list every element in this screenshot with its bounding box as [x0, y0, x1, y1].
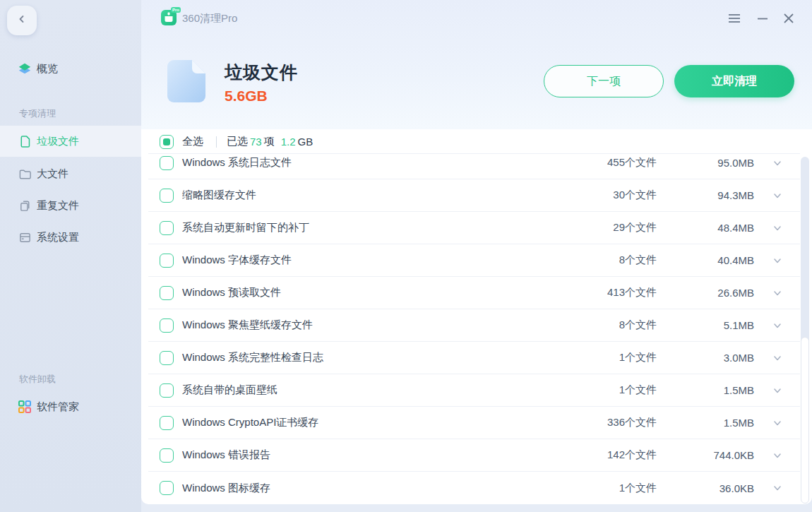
table-row[interactable]: Windows 系统日志文件 455个文件 95.0MB: [148, 154, 800, 179]
row-checkbox[interactable]: [160, 383, 174, 398]
table-row[interactable]: Windows 系统完整性检查日志 1个文件 3.0MB: [148, 342, 800, 374]
row-label: Windows 字体缓存文件: [182, 254, 544, 267]
sidebar-section-software-uninstall: 软件卸载: [19, 373, 56, 386]
chevron-down-icon[interactable]: [754, 353, 800, 363]
row-size: 3.0MB: [657, 352, 754, 364]
row-checkbox[interactable]: [160, 254, 174, 268]
divider: [216, 136, 217, 148]
row-file-count: 455个文件: [544, 156, 657, 169]
close-button[interactable]: [780, 11, 797, 26]
row-size: 48.4MB: [657, 222, 754, 234]
row-size: 1.5MB: [657, 417, 754, 429]
row-checkbox[interactable]: [160, 318, 174, 333]
row-file-count: 30个文件: [544, 189, 657, 202]
minimize-icon: [757, 13, 768, 24]
table-row[interactable]: Windows 聚焦壁纸缓存文件 8个文件 5.1MB: [148, 309, 800, 342]
row-size: 744.0KB: [657, 449, 754, 461]
row-file-count: 413个文件: [544, 286, 657, 299]
row-checkbox[interactable]: [160, 189, 174, 203]
sidebar-item-duplicate-files[interactable]: 重复文件: [0, 190, 141, 221]
chevron-down-icon[interactable]: [754, 483, 800, 493]
menu-button[interactable]: [726, 11, 743, 26]
select-all-checkbox[interactable]: [160, 135, 174, 149]
row-file-count: 1个文件: [544, 351, 657, 364]
row-label: Windows 图标缓存: [182, 482, 544, 495]
row-file-count: 8个文件: [544, 254, 657, 267]
table-row[interactable]: Windows CryptoAPI证书缓存 336个文件 1.5MB: [148, 407, 800, 439]
row-size: 94.3MB: [657, 189, 754, 201]
row-label: Windows CryptoAPI证书缓存: [182, 416, 544, 429]
row-size: 1.5MB: [657, 384, 754, 396]
sidebar-item-junk-files[interactable]: 垃圾文件: [0, 126, 141, 157]
row-label: 系统自动更新时留下的补丁: [182, 221, 544, 234]
select-all-label: 全选: [182, 135, 203, 148]
row-size: 26.6MB: [657, 287, 754, 299]
row-checkbox[interactable]: [160, 351, 174, 365]
row-checkbox[interactable]: [160, 156, 174, 170]
chevron-down-icon[interactable]: [754, 191, 800, 201]
row-checkbox[interactable]: [160, 481, 174, 495]
grid-icon: [18, 400, 32, 414]
checkbox-indeterminate-mark: [163, 138, 170, 145]
chevron-down-icon[interactable]: [754, 321, 800, 331]
sidebar-section-special-cleanup: 专项清理: [19, 107, 56, 120]
row-checkbox[interactable]: [160, 416, 174, 430]
clean-now-button[interactable]: 立即清理: [674, 65, 794, 97]
row-file-count: 29个文件: [544, 221, 657, 234]
row-file-count: 336个文件: [544, 416, 657, 429]
sidebar-item-system-settings[interactable]: 系统设置: [0, 222, 141, 253]
chevron-down-icon[interactable]: [754, 288, 800, 298]
row-label: Windows 系统日志文件: [182, 156, 544, 169]
table-row[interactable]: 系统自动更新时留下的补丁 29个文件 48.4MB: [148, 212, 800, 244]
table-row[interactable]: Windows 字体缓存文件 8个文件 40.4MB: [148, 244, 800, 277]
hamburger-icon: [727, 11, 741, 25]
chevron-down-icon[interactable]: [754, 451, 800, 460]
app-title: 360清理Pro: [182, 12, 237, 25]
copy-icon: [18, 198, 32, 213]
selected-size: 1.2: [281, 136, 296, 148]
sidebar-item-software-manager[interactable]: 软件管家: [0, 391, 141, 422]
row-size: 36.0KB: [657, 482, 754, 494]
document-icon: [18, 134, 32, 148]
chevron-down-icon[interactable]: [754, 256, 800, 266]
app-window: 概览 专项清理 垃圾文件 大文件 重复文件: [0, 0, 812, 512]
row-checkbox[interactable]: [160, 286, 174, 300]
file-list: Windows 系统日志文件 455个文件 95.0MB 缩略图缓存文件 30个…: [148, 154, 800, 504]
sidebar-item-label: 系统设置: [37, 231, 79, 244]
next-item-button[interactable]: 下一项: [544, 65, 664, 97]
row-label: Windows 错误报告: [182, 448, 544, 462]
system-settings-icon: [18, 230, 32, 244]
layers-icon: [18, 61, 32, 76]
chevron-down-icon[interactable]: [754, 418, 800, 428]
row-file-count: 1个文件: [544, 482, 657, 495]
row-size: 40.4MB: [657, 254, 754, 266]
row-file-count: 1个文件: [544, 383, 657, 397]
row-checkbox[interactable]: [160, 448, 174, 463]
content-panel: 全选 已选 73 项 1.2 GB Windows 系统日志文件 455个文件 …: [141, 129, 812, 504]
chevron-down-icon[interactable]: [754, 223, 800, 233]
table-row[interactable]: Windows 预读取文件 413个文件 26.6MB: [148, 277, 800, 309]
main-header: Pro 360清理Pro: [141, 0, 812, 129]
scrollbar-thumb[interactable]: [801, 337, 809, 504]
chevron-down-icon[interactable]: [754, 386, 800, 395]
file-list-viewport: Windows 系统日志文件 455个文件 95.0MB 缩略图缓存文件 30个…: [148, 154, 800, 504]
sidebar-item-overview[interactable]: 概览: [0, 56, 141, 81]
chevron-down-icon[interactable]: [754, 158, 800, 168]
table-row[interactable]: Windows 错误报告 142个文件 744.0KB: [148, 439, 800, 472]
folder-icon: [18, 167, 32, 181]
sidebar-item-label: 重复文件: [37, 199, 79, 213]
select-bar: 全选 已选 73 项 1.2 GB: [141, 129, 812, 154]
table-row[interactable]: 系统自带的桌面壁纸 1个文件 1.5MB: [148, 374, 800, 407]
sidebar-item-label: 概览: [37, 62, 58, 76]
row-label: 缩略图缓存文件: [182, 189, 544, 202]
row-size: 95.0MB: [657, 157, 754, 169]
minimize-button[interactable]: [754, 11, 771, 26]
row-checkbox[interactable]: [160, 221, 174, 235]
back-button[interactable]: [7, 6, 37, 35]
app-logo-icon: Pro: [161, 10, 177, 25]
table-row[interactable]: 缩略图缓存文件 30个文件 94.3MB: [148, 179, 800, 212]
table-row[interactable]: Windows 图标缓存 1个文件 36.0KB: [148, 472, 800, 504]
page-title: 垃圾文件: [225, 61, 298, 84]
sidebar-item-large-files[interactable]: 大文件: [0, 158, 141, 189]
selected-prefix: 已选: [227, 135, 248, 148]
